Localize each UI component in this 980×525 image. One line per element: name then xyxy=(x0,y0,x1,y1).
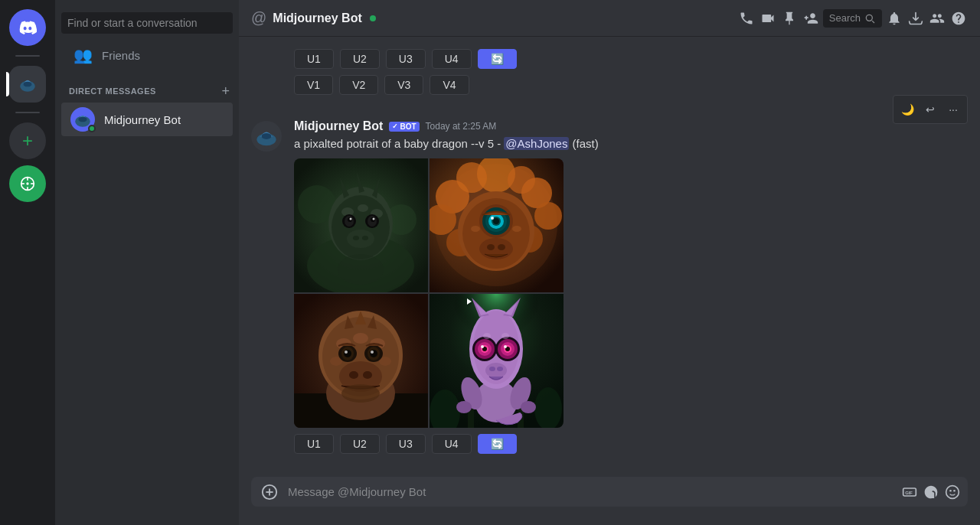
add-member-button[interactable] xyxy=(802,9,820,28)
u-buttons-row: U1 U2 U3 U4 🔄 xyxy=(294,49,925,69)
u4-button[interactable]: U4 xyxy=(432,49,472,69)
v3-button[interactable]: V3 xyxy=(384,75,423,95)
svg-point-58 xyxy=(487,244,495,250)
dragon-image-3[interactable] xyxy=(294,294,428,428)
svg-point-78 xyxy=(370,350,377,357)
svg-text:GIF: GIF xyxy=(905,491,913,495)
svg-point-118 xyxy=(497,367,503,371)
message-input-area: GIF xyxy=(239,477,980,525)
midjourney-bot-avatar xyxy=(70,107,95,132)
dragon-image-1[interactable] xyxy=(294,158,428,292)
bottom-refresh-button[interactable]: 🔄 xyxy=(478,434,517,454)
rail-item-add-server[interactable]: + xyxy=(9,122,46,159)
video-button[interactable] xyxy=(759,9,777,28)
header-actions: Search xyxy=(737,9,968,28)
search-icon xyxy=(864,12,876,24)
reply-button[interactable]: ↩ xyxy=(920,99,941,120)
search-input[interactable] xyxy=(61,12,233,34)
search-bar-container xyxy=(55,0,239,40)
gif-button[interactable]: GIF xyxy=(900,483,919,501)
message-author: Midjourney Bot xyxy=(294,119,383,133)
refresh-button-top[interactable]: 🔄 xyxy=(478,49,517,69)
reaction-button[interactable]: 🌙 xyxy=(897,99,918,120)
svg-point-59 xyxy=(498,244,505,250)
inbox-button[interactable] xyxy=(885,9,903,28)
svg-point-128 xyxy=(953,490,956,492)
svg-point-1 xyxy=(23,82,31,87)
v4-button[interactable]: V4 xyxy=(430,75,469,95)
svg-point-97 xyxy=(521,401,536,413)
prev-message-section: U1 U2 U3 U4 🔄 V1 V2 V3 V4 xyxy=(239,49,980,107)
message-header: Midjourney Bot ✓ BOT Today at 2:25 AM xyxy=(294,119,968,133)
member-list-button[interactable] xyxy=(928,9,946,28)
bot-badge: ✓ BOT xyxy=(389,122,419,132)
u2-button[interactable]: U2 xyxy=(340,49,380,69)
message-timestamp: Today at 2:25 AM xyxy=(426,121,497,132)
svg-point-109 xyxy=(481,345,484,348)
rail-item-explore[interactable] xyxy=(9,165,46,202)
bottom-u-buttons-row: U1 U2 U3 U4 🔄 xyxy=(294,434,968,454)
dm-user-name: Midjourney Bot xyxy=(104,113,181,126)
friends-nav-item[interactable]: 👥 Friends xyxy=(61,40,233,70)
message-content: Midjourney Bot ✓ BOT Today at 2:25 AM a … xyxy=(294,119,968,460)
v2-button[interactable]: V2 xyxy=(339,75,378,95)
bottom-u3-button[interactable]: U3 xyxy=(386,434,426,454)
message-input-wrapper: GIF xyxy=(251,477,968,507)
svg-point-32 xyxy=(362,236,368,240)
message-suffix: (fast) xyxy=(569,137,598,150)
search-box[interactable]: Search xyxy=(823,9,882,28)
svg-point-20 xyxy=(358,204,368,212)
message-midjourney: 🌙 ↩ ··· Midjourney Bot ✓ BOT xyxy=(239,107,980,463)
dm-section-header: DIRECT MESSAGES + xyxy=(55,70,239,103)
svg-point-119 xyxy=(483,333,491,339)
svg-point-82 xyxy=(363,371,372,379)
dm-user-midjourney-bot[interactable]: Midjourney Bot xyxy=(61,103,233,136)
svg-point-30 xyxy=(347,230,374,248)
svg-point-120 xyxy=(501,333,509,339)
bottom-u4-button[interactable]: U4 xyxy=(432,434,472,454)
message-actions: 🌙 ↩ ··· xyxy=(893,95,968,124)
u1-button[interactable]: U1 xyxy=(294,49,334,69)
bottom-u2-button[interactable]: U2 xyxy=(340,434,380,454)
rail-divider xyxy=(15,55,40,57)
v1-button[interactable]: V1 xyxy=(294,75,333,95)
main-content: @ Midjourney Bot xyxy=(239,0,980,525)
mention-tag: @AshJones xyxy=(504,137,569,150)
sticker-button[interactable] xyxy=(922,483,940,501)
midjourney-bot-message-avatar xyxy=(251,121,282,152)
svg-point-74 xyxy=(344,350,351,357)
message-input-field[interactable] xyxy=(288,477,894,507)
svg-point-3 xyxy=(26,182,28,184)
call-button[interactable] xyxy=(737,9,756,28)
pin-button[interactable] xyxy=(780,9,799,28)
svg-point-36 xyxy=(338,254,384,285)
svg-point-126 xyxy=(946,485,959,498)
svg-point-55 xyxy=(493,218,499,224)
svg-point-42 xyxy=(534,202,562,230)
message-text-content: a pixalted potrait of a baby dragon --v … xyxy=(294,137,504,150)
dm-add-button[interactable]: + xyxy=(218,83,233,99)
help-button[interactable] xyxy=(949,9,968,28)
svg-point-96 xyxy=(456,401,472,413)
more-actions-button[interactable]: ··· xyxy=(942,99,964,120)
add-attachment-button[interactable] xyxy=(257,480,282,504)
v-buttons-row: V1 V2 V3 V4 xyxy=(294,75,925,95)
dm-channel-icon: @ xyxy=(251,9,266,27)
rail-item-home[interactable] xyxy=(9,66,46,103)
messages-area: U1 U2 U3 U4 🔄 V1 V2 V3 V4 🌙 ↩ ··· xyxy=(239,37,980,477)
emoji-button[interactable] xyxy=(943,483,962,501)
left-rail: + xyxy=(0,0,55,525)
download-button[interactable] xyxy=(906,9,925,28)
dm-section-title: DIRECT MESSAGES xyxy=(69,86,156,96)
dragon-image-4[interactable] xyxy=(430,294,564,428)
dm-sidebar: 👥 Friends DIRECT MESSAGES + Midjourney B… xyxy=(55,0,239,525)
svg-point-127 xyxy=(949,490,952,492)
discord-home-button[interactable] xyxy=(9,9,46,46)
bottom-u1-button[interactable]: U1 xyxy=(294,434,334,454)
svg-point-79 xyxy=(371,351,374,354)
svg-point-60 xyxy=(471,226,480,232)
active-indicator xyxy=(6,72,9,96)
u3-button[interactable]: U3 xyxy=(386,49,426,69)
dragon-image-2[interactable] xyxy=(430,158,564,292)
svg-point-25 xyxy=(350,217,352,220)
